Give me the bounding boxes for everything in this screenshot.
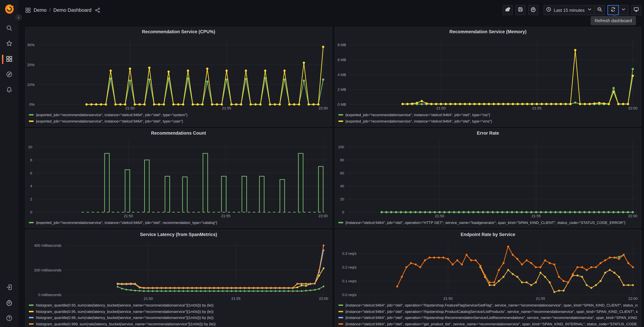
svg-text:0: 0 bbox=[342, 210, 344, 214]
svg-text:21:55: 21:55 bbox=[536, 296, 545, 301]
refresh-dashboard-button[interactable] bbox=[608, 5, 619, 15]
series-color-swatch bbox=[29, 323, 34, 325]
svg-text:40: 40 bbox=[340, 184, 344, 188]
legend-item[interactable]: histogram_quantile(0.99, sum(rate(latenc… bbox=[29, 314, 328, 321]
cycle-view-mode-button[interactable] bbox=[631, 5, 641, 15]
time-series-chart[interactable]: 21:5021:5522:000.0 req/s0.1 req/s0.2 req… bbox=[335, 239, 641, 302]
time-series-chart[interactable]: 21:5021:5522:000%10%20%30% bbox=[26, 36, 332, 111]
chart-canvas[interactable]: 21:5021:5522:000246810 bbox=[26, 138, 332, 219]
sidebar-item-search[interactable] bbox=[0, 21, 18, 36]
save-dashboard-button[interactable] bbox=[516, 5, 526, 15]
panel-header[interactable]: Recommendation Service (Memory) bbox=[335, 27, 641, 36]
svg-text:22:00: 22:00 bbox=[318, 106, 328, 110]
panel-endpoint-rate: Endpoint Rate by Service 21:5021:5522:00… bbox=[334, 230, 641, 327]
svg-text:21:55: 21:55 bbox=[231, 296, 240, 301]
legend-item[interactable]: {exported_job="recommendationservice", i… bbox=[29, 220, 328, 226]
svg-text:2 MB: 2 MB bbox=[338, 88, 346, 92]
refresh-tooltip: Refresh dashboard bbox=[591, 16, 636, 25]
svg-text:22:00: 22:00 bbox=[628, 106, 637, 110]
sidebar-item-alerting[interactable] bbox=[0, 82, 18, 98]
breadcrumb-separator: / bbox=[49, 8, 50, 13]
panel-legend: {exported_job="recommendationservice", i… bbox=[335, 111, 641, 126]
svg-text:21:50: 21:50 bbox=[443, 296, 452, 301]
svg-text:400 milliseconds: 400 milliseconds bbox=[34, 244, 62, 248]
series-label: {instance="otelcol:9464", job="otel", op… bbox=[345, 322, 638, 326]
series-color-swatch bbox=[338, 114, 343, 116]
legend-item[interactable]: {exported_job="recommendationservice", i… bbox=[338, 118, 638, 124]
svg-text:10: 10 bbox=[28, 145, 32, 149]
panel-header[interactable]: Recommendations Count bbox=[26, 128, 332, 138]
chart-canvas[interactable]: 21:5021:5522:000 milliseconds200 millise… bbox=[26, 239, 332, 302]
legend-item[interactable]: histogram_quantile(0.50, sum(rate(latenc… bbox=[29, 302, 328, 308]
time-series-chart[interactable]: 21:5021:5522:000 MB2 MB4 MB6 MB8 MB bbox=[335, 36, 641, 111]
sidebar-item-explore[interactable] bbox=[0, 67, 18, 82]
zoom-out-icon bbox=[597, 7, 602, 14]
svg-text:22:00: 22:00 bbox=[318, 214, 328, 218]
svg-text:22:00: 22:00 bbox=[628, 214, 637, 218]
refresh-interval-dropdown[interactable] bbox=[619, 5, 628, 15]
legend-item[interactable]: histogram_quantile(0.95, sum(rate(latenc… bbox=[29, 308, 328, 314]
panel-header[interactable]: Service Latency (from SpanMetrics) bbox=[26, 230, 332, 239]
time-series-chart[interactable]: 21:5021:5522:000246810 bbox=[26, 138, 332, 219]
panel-header[interactable]: Error Rate bbox=[335, 128, 641, 138]
legend-item[interactable]: {instance="otelcol:9464", job="otel", op… bbox=[338, 321, 638, 327]
chart-canvas[interactable]: 21:5021:5522:000 MB2 MB4 MB6 MB8 MB bbox=[335, 36, 641, 111]
chart-canvas[interactable]: 21:5021:5522:000%10%20%30% bbox=[26, 36, 332, 111]
legend-item[interactable]: {exported_job="recommendationservice", i… bbox=[338, 112, 638, 118]
panel-header[interactable]: Recommendation Service (CPU%) bbox=[26, 27, 332, 36]
breadcrumb-dashboard-title[interactable]: Demo Dashboard bbox=[53, 8, 91, 13]
legend-item[interactable]: {instance="otelcol:9464", job="otel", op… bbox=[338, 308, 638, 314]
chart-canvas[interactable]: 21:5021:5522:000.0 req/s0.1 req/s0.2 req… bbox=[335, 239, 641, 302]
legend-item[interactable]: histogram_quantile(0.999, sum(rate(laten… bbox=[29, 321, 328, 327]
bell-icon bbox=[6, 86, 12, 94]
time-series-chart[interactable]: 21:5021:5522:000 milliseconds200 millise… bbox=[26, 239, 332, 302]
svg-text:30%: 30% bbox=[27, 43, 34, 47]
svg-text:60: 60 bbox=[340, 171, 344, 175]
svg-text:20%: 20% bbox=[27, 63, 34, 67]
sidebar-item-starred[interactable] bbox=[0, 36, 18, 52]
time-series-chart[interactable]: 21:5021:5522:00020406080100 bbox=[335, 138, 641, 219]
series-label: {exported_job="recommendationservice", i… bbox=[36, 113, 188, 117]
panel-title: Recommendation Service (Memory) bbox=[450, 29, 526, 34]
svg-text:6: 6 bbox=[30, 171, 32, 175]
time-range-picker[interactable]: Last 15 minutes bbox=[544, 5, 595, 15]
series-label: histogram_quantile(0.99, sum(rate(latenc… bbox=[36, 316, 214, 320]
zoom-out-button[interactable] bbox=[595, 5, 605, 15]
sidebar-item-dashboards[interactable] bbox=[0, 52, 18, 67]
svg-text:22:00: 22:00 bbox=[319, 296, 328, 301]
series-label: {instance="otelcol:9464", job="otel", op… bbox=[345, 303, 638, 307]
panel-header[interactable]: Endpoint Rate by Service bbox=[335, 230, 641, 239]
clock-icon bbox=[546, 7, 551, 14]
svg-text:200 milliseconds: 200 milliseconds bbox=[34, 268, 62, 272]
add-panel-button[interactable] bbox=[503, 5, 513, 15]
svg-text:21:50: 21:50 bbox=[144, 296, 153, 301]
sidebar-item-sign-in[interactable] bbox=[0, 280, 18, 296]
panel-recommendation-cpu: Recommendation Service (CPU%) 21:5021:55… bbox=[25, 27, 332, 126]
svg-text:0.1 req/s: 0.1 req/s bbox=[342, 279, 356, 283]
legend-item[interactable]: {exported_job="recommendationservice", i… bbox=[29, 112, 328, 118]
grafana-logo[interactable] bbox=[4, 3, 15, 15]
svg-text:21:55: 21:55 bbox=[222, 106, 231, 110]
time-picker-group: Last 15 minutes bbox=[544, 5, 605, 15]
series-label: {instance="otelcol:9464", job="otel", op… bbox=[345, 316, 638, 320]
panel-recommendation-memory: Recommendation Service (Memory) 21:5021:… bbox=[334, 27, 641, 126]
panel-legend: histogram_quantile(0.50, sum(rate(latenc… bbox=[26, 302, 332, 327]
share-alt-icon[interactable] bbox=[95, 7, 100, 13]
svg-text:4 MB: 4 MB bbox=[338, 73, 346, 77]
panel-recommendations-count: Recommendations Count 21:5021:5522:00024… bbox=[25, 128, 332, 228]
series-label: histogram_quantile(0.999, sum(rate(laten… bbox=[36, 322, 216, 326]
sidebar-item-help[interactable] bbox=[0, 311, 18, 326]
legend-item[interactable]: {instance="otelcol:9464", job="otel", op… bbox=[338, 302, 638, 308]
breadcrumb-folder[interactable]: Demo bbox=[34, 8, 46, 13]
legend-item[interactable]: {exported_job="recommendationservice", i… bbox=[29, 118, 328, 124]
search-icon bbox=[6, 25, 12, 32]
sidebar-item-settings[interactable] bbox=[0, 296, 18, 311]
legend-item[interactable]: {instance="otelcol:9464", job="otel", op… bbox=[338, 220, 638, 226]
dashboard-settings-button[interactable] bbox=[528, 5, 538, 15]
chart-canvas[interactable]: 21:5021:5522:00020406080100 bbox=[335, 138, 641, 219]
chevron-down-icon bbox=[587, 7, 592, 14]
legend-item[interactable]: {instance="otelcol:9464", job="otel", op… bbox=[338, 314, 638, 321]
expand-sidebar-button[interactable]: › bbox=[16, 14, 22, 20]
time-range-label: Last 15 minutes bbox=[554, 8, 584, 12]
series-color-swatch bbox=[29, 317, 34, 318]
